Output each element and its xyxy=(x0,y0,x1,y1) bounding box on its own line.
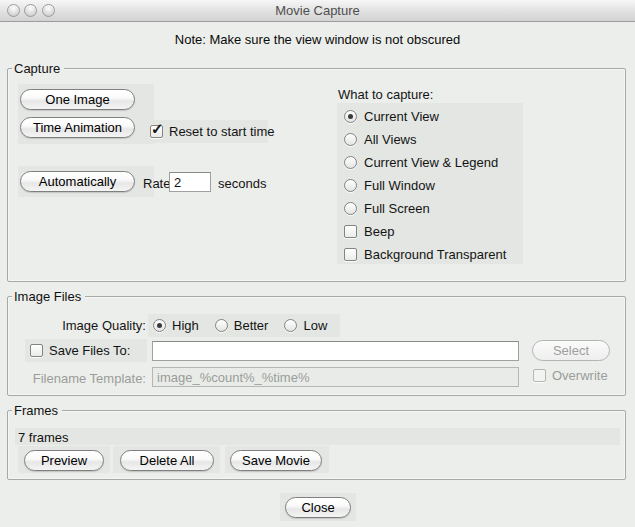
option-current-view[interactable]: Current View xyxy=(344,106,439,126)
filename-template-label: Filename Template: xyxy=(20,371,146,386)
frames-group-label: Frames xyxy=(12,403,62,418)
radio-icon[interactable] xyxy=(344,179,357,192)
option-label: Background Transparent xyxy=(364,247,506,262)
check-icon: ✓ xyxy=(151,120,164,138)
reset-to-start-time-option[interactable]: ✓ Reset to start time xyxy=(146,120,268,143)
option-background-transparent[interactable]: Background Transparent xyxy=(344,244,506,264)
option-label: Full Window xyxy=(364,178,435,193)
checkbox-icon[interactable] xyxy=(344,225,357,238)
overwrite-label: Overwrite xyxy=(552,368,608,383)
rate-input[interactable] xyxy=(169,172,211,192)
overwrite-checkbox xyxy=(533,369,546,382)
reset-checkbox[interactable]: ✓ xyxy=(150,125,163,138)
delete-all-button[interactable]: Delete All xyxy=(120,450,214,471)
rate-units-label: seconds xyxy=(218,176,266,191)
frames-count-panel xyxy=(15,428,620,445)
radio-selected-icon[interactable] xyxy=(344,110,357,123)
preview-button[interactable]: Preview xyxy=(24,450,104,471)
radio-icon[interactable] xyxy=(344,133,357,146)
select-button: Select xyxy=(532,340,610,361)
movie-capture-window: Movie Capture Note: Make sure the view w… xyxy=(0,0,635,527)
image-quality-label: Image Quality: xyxy=(40,318,146,333)
what-to-capture-label: What to capture: xyxy=(338,87,433,102)
quality-option-label: High xyxy=(172,318,199,333)
automatically-button[interactable]: Automatically xyxy=(20,171,135,192)
close-button[interactable]: Close xyxy=(285,497,351,518)
save-files-to-option[interactable]: Save Files To: xyxy=(25,339,147,362)
reset-checkbox-label: Reset to start time xyxy=(169,124,274,139)
image-files-group-label: Image Files xyxy=(12,289,85,304)
option-current-view-legend[interactable]: Current View & Legend xyxy=(344,152,498,172)
save-files-path-input[interactable] xyxy=(152,341,519,361)
option-label: Full Screen xyxy=(364,201,430,216)
window-title: Movie Capture xyxy=(0,0,635,22)
image-quality-panel: High Better Low xyxy=(148,314,340,337)
quality-option-label: Better xyxy=(234,318,269,333)
save-files-checkbox[interactable] xyxy=(30,344,43,357)
option-label: Beep xyxy=(364,224,394,239)
time-animation-button[interactable]: Time Animation xyxy=(20,117,135,138)
radio-icon[interactable] xyxy=(284,319,297,332)
radio-icon[interactable] xyxy=(344,202,357,215)
radio-icon[interactable] xyxy=(344,156,357,169)
option-label: Current View & Legend xyxy=(364,155,498,170)
radio-selected-icon[interactable] xyxy=(153,319,166,332)
frames-count-text: 7 frames xyxy=(18,430,69,445)
option-full-window[interactable]: Full Window xyxy=(344,175,435,195)
quality-option-label: Low xyxy=(303,318,327,333)
option-beep[interactable]: Beep xyxy=(344,221,394,241)
checkbox-icon[interactable] xyxy=(344,248,357,261)
option-all-views[interactable]: All Views xyxy=(344,129,417,149)
title-bar: Movie Capture xyxy=(0,0,635,22)
option-label: Current View xyxy=(364,109,439,124)
radio-icon[interactable] xyxy=(215,319,228,332)
save-files-label: Save Files To: xyxy=(49,343,130,358)
option-full-screen[interactable]: Full Screen xyxy=(344,198,430,218)
one-image-button[interactable]: One Image xyxy=(20,89,135,110)
radio-dot-icon xyxy=(348,114,353,119)
note-text: Note: Make sure the view window is not o… xyxy=(0,32,635,47)
save-movie-button[interactable]: Save Movie xyxy=(230,450,322,471)
option-label: All Views xyxy=(364,132,417,147)
capture-group-label: Capture xyxy=(12,61,64,76)
radio-dot-icon xyxy=(157,323,162,328)
overwrite-option: Overwrite xyxy=(528,364,618,387)
filename-template-input xyxy=(152,367,519,387)
